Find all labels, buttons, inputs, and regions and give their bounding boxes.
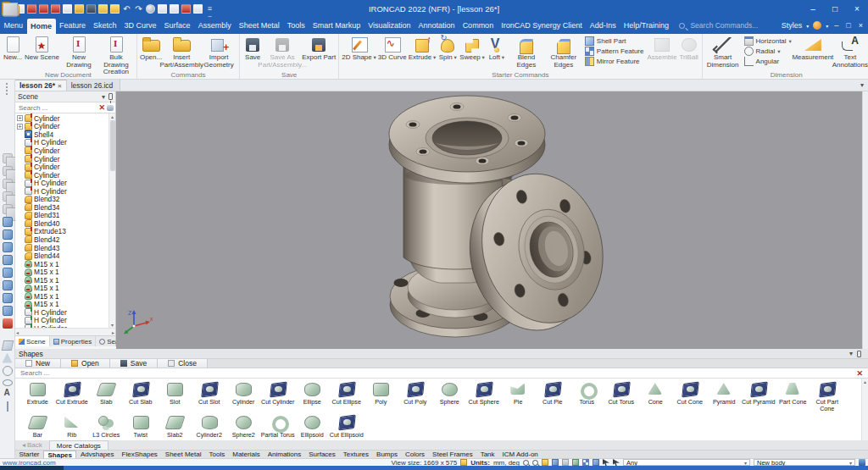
hole-blue-icon[interactable]	[3, 293, 13, 303]
shape-item[interactable]: Twist	[124, 412, 159, 439]
status-select-cursor-icon[interactable]	[603, 459, 609, 466]
tree-item[interactable]: + M15 x 1	[17, 292, 115, 301]
scroll-thumb[interactable]	[110, 120, 115, 171]
tree-item[interactable]: + H Cylinder	[17, 324, 115, 328]
menu-tab-visualization[interactable]: Visualization	[364, 17, 415, 34]
3d-viewport[interactable]: Z x	[116, 91, 862, 349]
qat-save-disk-icon[interactable]	[86, 4, 96, 14]
catalog-tab-bumps[interactable]: Bumps	[373, 451, 402, 458]
qat-list-icon[interactable]	[170, 4, 179, 14]
catalog-tab-flexshapes[interactable]: FlexShapes	[118, 451, 161, 458]
scroll-down-icon[interactable]: ▾	[111, 322, 114, 328]
scene-search-input[interactable]	[17, 103, 97, 113]
shape-item[interactable]: Partial Torus	[261, 412, 296, 439]
beam-tool-icon[interactable]	[3, 401, 13, 412]
import-geometry-button[interactable]: Import Geometry	[200, 35, 237, 69]
shape-item[interactable]: Cut Part Cone	[810, 379, 845, 412]
extrude-blue-icon[interactable]	[3, 217, 13, 227]
catalog-back-button[interactable]: ◂ Back	[15, 440, 49, 450]
shape-item[interactable]: Pyramid	[707, 379, 742, 406]
status-cube-view-icon[interactable]	[593, 459, 599, 466]
panel-menu-caret-icon[interactable]: ▾	[102, 93, 105, 101]
catalog-tab-steel-frames[interactable]: Steel Frames	[429, 451, 477, 458]
sweep-blue-icon[interactable]	[3, 242, 13, 252]
expand-icon[interactable]: +	[17, 124, 23, 130]
horizontal-dimension-button[interactable]: Horizontal	[744, 36, 792, 46]
shapes-close-button[interactable]: Close	[158, 359, 208, 368]
text-annotations-button[interactable]: Text Annotations	[832, 35, 868, 69]
extrude-button[interactable]: Extrude	[408, 35, 437, 62]
panel-tab-scene[interactable]: Scene	[15, 336, 50, 346]
tab-list-caret-icon[interactable]: ▾	[856, 80, 868, 91]
tree-item[interactable]: + M15 x 1	[17, 260, 115, 268]
dock-grip-icon[interactable]	[6, 83, 8, 95]
new-scene-button[interactable]: New Scene	[24, 35, 60, 62]
doc-tab-lesson-26[interactable]: lesson 26* ×	[15, 80, 67, 91]
expand-icon[interactable]: +	[17, 115, 23, 121]
catalog-pin-icon[interactable]	[857, 351, 861, 357]
tree-vertical-scrollbar[interactable]: ▴ ▾	[108, 113, 115, 328]
qat-open-folder-icon[interactable]	[75, 4, 84, 14]
doc-tab-lesson-26-icd[interactable]: lesson 26.icd	[67, 80, 121, 91]
command-search-input[interactable]	[688, 20, 769, 30]
tree-item[interactable]: + M15 x 1	[17, 268, 115, 276]
tree-item[interactable]: + Blend42	[17, 235, 115, 244]
shape-item[interactable]: L3 Circles	[89, 412, 124, 439]
qat-bulk-red-icon[interactable]	[51, 4, 60, 14]
pattern-feature-button[interactable]: Pattern Feature	[585, 47, 644, 56]
shape-item[interactable]: Cylinder2	[192, 412, 227, 439]
shape-item[interactable]: Torus	[570, 379, 604, 406]
styles-button[interactable]: Styles	[782, 21, 803, 30]
shape-item[interactable]: Slab	[89, 379, 124, 406]
menu-tab-annotation[interactable]: Annotation	[415, 17, 459, 34]
mirror-feature-button[interactable]: Mirror Feature	[585, 57, 644, 66]
catalog-tab-materials[interactable]: Materials	[229, 451, 264, 458]
shape-item[interactable]: Sphere	[432, 379, 467, 406]
menu-tab-sheet-metal[interactable]: Sheet Metal	[235, 17, 283, 34]
qat-sketch-gold-icon[interactable]	[110, 4, 120, 14]
measurement-button[interactable]: Measurement	[794, 35, 832, 62]
new-button[interactable]: New...	[2, 35, 24, 62]
angular-dimension-button[interactable]: Angular	[744, 57, 792, 66]
selection-filter-dropdown[interactable]: Any▾	[623, 459, 750, 466]
tree-horizontal-scrollbar[interactable]: ◂ ▸	[15, 328, 115, 335]
shell-part-button[interactable]: Shell Part	[585, 36, 644, 46]
shape-item[interactable]: Part Cone	[776, 379, 810, 406]
smart-dimension-button[interactable]: Smart Dimension	[704, 35, 742, 69]
status-sixview-icon[interactable]	[582, 459, 589, 466]
shape-item[interactable]: Cut Cylinder	[261, 379, 296, 406]
menu-tab-home[interactable]: Home	[27, 19, 56, 34]
status-pick-cursor-icon[interactable]	[613, 459, 620, 466]
tree-item[interactable]: + M15 x 1	[17, 276, 115, 285]
clear-search-icon[interactable]: ✕	[97, 103, 107, 112]
shape-item[interactable]: Cut Slab	[124, 379, 159, 406]
catalog-menu-caret-icon[interactable]: ▾	[849, 350, 853, 357]
qat-triball-icon[interactable]	[158, 4, 167, 14]
catalog-tab-icm-add-on[interactable]: ICM Add-on	[498, 451, 542, 458]
scene-search[interactable]: ✕	[15, 102, 115, 113]
tree-item[interactable]: + M15 x 1	[17, 284, 115, 292]
menu-tab-help-training[interactable]: Help/Training	[620, 17, 672, 34]
ellipse-tool-icon[interactable]	[3, 379, 13, 386]
qat-redo-icon[interactable]: ↷	[134, 4, 143, 14]
blend-edges-button[interactable]: Blend Edges	[508, 35, 545, 69]
bulk-drawing-creation-button[interactable]: Bulk Drawing Creation	[97, 35, 135, 76]
shape-item[interactable]: Slot	[158, 379, 192, 406]
shape-item[interactable]: Cylinder	[226, 379, 261, 406]
status-extrude-cube-icon[interactable]	[542, 459, 548, 466]
menu-tab-assembly[interactable]: Assembly	[194, 17, 235, 34]
catalog-scroll-up-icon[interactable]: ▴	[864, 379, 866, 384]
2d-shape-button[interactable]: 2D Shape	[341, 35, 377, 62]
menu-tab-smart-markup[interactable]: Smart Markup	[309, 17, 364, 34]
shape-item[interactable]: Ellipsoid	[295, 412, 330, 439]
radial-dimension-button[interactable]: Radial	[744, 47, 792, 56]
shape-item[interactable]: Cut Sphere	[467, 379, 502, 406]
shape-item[interactable]: Cut Cone	[673, 379, 708, 406]
loft-blue-icon[interactable]	[3, 255, 13, 265]
qat-table-icon[interactable]	[193, 4, 203, 14]
shape-item[interactable]: Pie	[501, 379, 536, 406]
shape-item[interactable]: Cut Pyramid	[742, 379, 776, 406]
qat-undo-icon[interactable]: ↶	[122, 4, 131, 14]
catalog-tab-surfaces[interactable]: Surfaces	[305, 451, 340, 458]
boss-blue-icon[interactable]	[3, 280, 13, 290]
